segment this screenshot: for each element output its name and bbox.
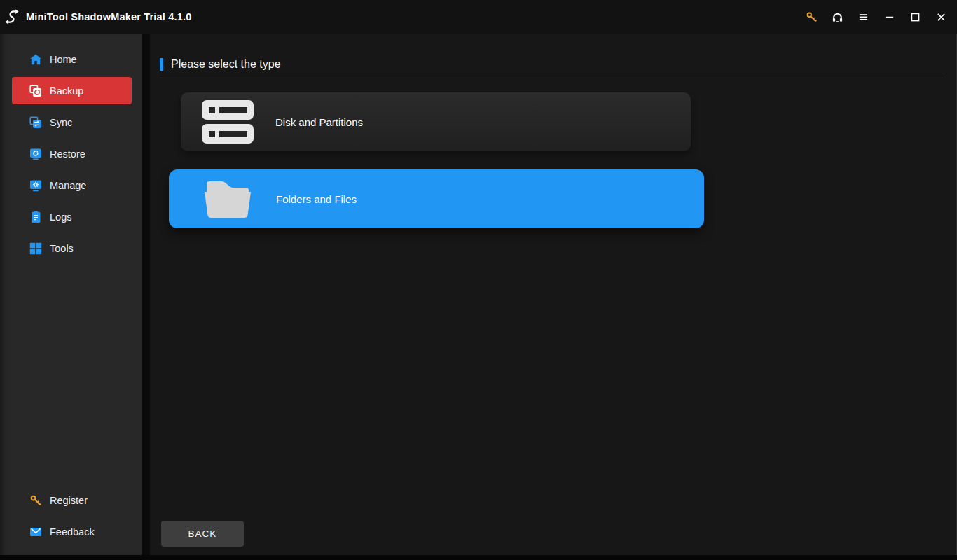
maximize-icon[interactable] [909, 11, 921, 23]
menu-icon[interactable] [858, 11, 869, 23]
heading-accent-bar [160, 58, 163, 71]
sync-icon [29, 116, 42, 129]
back-button[interactable]: BACK [161, 521, 244, 547]
sidebar-item-home[interactable]: Home [0, 43, 142, 75]
sidebar-item-label: Manage [50, 180, 86, 191]
sidebar-item-tools[interactable]: Tools [0, 232, 142, 264]
sidebar-item-label: Sync [50, 117, 72, 128]
key-icon [29, 494, 42, 507]
sidebar-item-label: Logs [50, 211, 71, 223]
page-title: Please select the type [171, 58, 281, 71]
main-content: Please select the type Disk and Partitio… [150, 34, 956, 555]
sidebar: Home Backup [0, 34, 142, 555]
window-title: MiniTool ShadowMaker Trial 4.1.0 [26, 11, 192, 22]
folder-icon [201, 179, 254, 218]
titlebar: MiniTool ShadowMaker Trial 4.1.0 [0, 0, 957, 34]
sidebar-item-sync[interactable]: Sync [0, 106, 142, 138]
page-heading-row: Please select the type [160, 57, 943, 71]
sidebar-item-manage[interactable]: Manage [0, 169, 142, 201]
headset-icon[interactable] [832, 11, 844, 23]
sidebar-item-label: Feedback [50, 526, 95, 538]
mail-icon [29, 526, 42, 538]
titlebar-left: MiniTool ShadowMaker Trial 4.1.0 [4, 8, 192, 25]
sidebar-spacer [0, 264, 142, 484]
sidebar-item-label: Restore [50, 148, 85, 160]
app-window: MiniTool ShadowMaker Trial 4.1.0 [0, 0, 957, 560]
home-icon [29, 53, 42, 66]
sidebar-item-register[interactable]: Register [0, 484, 142, 516]
disk-icon [201, 100, 254, 144]
manage-icon [29, 179, 42, 192]
backup-type-disk-card[interactable]: Disk and Partitions [181, 92, 691, 151]
tools-icon [29, 242, 42, 255]
sidebar-item-label: Tools [50, 243, 74, 254]
backup-type-folders-card[interactable]: Folders and Files [169, 169, 704, 228]
titlebar-controls [806, 11, 950, 23]
sidebar-divider [142, 34, 150, 555]
sidebar-item-feedback[interactable]: Feedback [0, 516, 142, 547]
card-label: Disk and Partitions [275, 116, 363, 128]
window-bottom-border [0, 555, 957, 560]
sidebar-item-label: Home [50, 54, 77, 65]
sidebar-item-logs[interactable]: Logs [0, 201, 142, 232]
app-logo-icon [4, 8, 20, 25]
minimize-icon[interactable] [883, 11, 895, 23]
sidebar-item-restore[interactable]: Restore [0, 138, 142, 169]
restore-icon [29, 148, 42, 160]
sidebar-item-label: Register [50, 495, 88, 506]
card-label: Folders and Files [276, 193, 357, 205]
app-body: Home Backup [0, 34, 957, 555]
sidebar-item-backup[interactable]: Backup [12, 77, 132, 104]
heading-divider [160, 78, 943, 78]
sidebar-item-label: Backup [50, 85, 83, 97]
backup-icon [29, 85, 42, 97]
key-icon[interactable] [806, 11, 818, 23]
close-icon[interactable] [935, 11, 947, 23]
logs-icon [29, 211, 42, 223]
